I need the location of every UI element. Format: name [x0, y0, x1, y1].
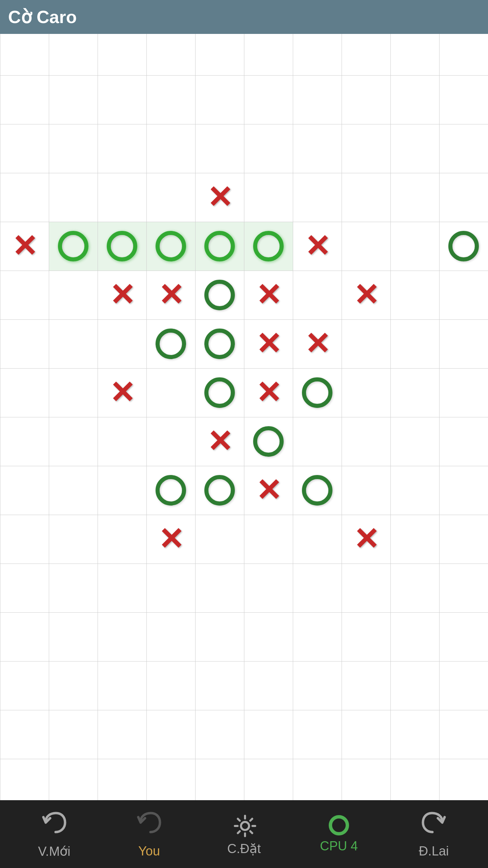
- board-cell[interactable]: [244, 34, 293, 76]
- board-cell[interactable]: [196, 662, 244, 710]
- board-cell[interactable]: [0, 34, 49, 76]
- board-cell[interactable]: [147, 173, 196, 222]
- board-cell[interactable]: [244, 222, 293, 271]
- nav-redo[interactable]: Đ.Lai: [400, 810, 468, 859]
- board-cell[interactable]: ✕: [293, 222, 342, 271]
- board-cell[interactable]: [49, 759, 98, 801]
- board-cell[interactable]: [293, 76, 342, 124]
- board-cell[interactable]: [147, 710, 196, 759]
- board-cell[interactable]: [293, 124, 342, 173]
- board-cell[interactable]: [440, 222, 488, 271]
- board-cell[interactable]: [391, 320, 440, 369]
- board-cell[interactable]: [391, 34, 440, 76]
- board-cell[interactable]: [440, 173, 488, 222]
- board-cell[interactable]: [49, 710, 98, 759]
- board-cell[interactable]: ✕: [293, 320, 342, 369]
- board-cell[interactable]: ✕: [244, 271, 293, 320]
- board-cell[interactable]: [440, 710, 488, 759]
- board-cell[interactable]: [342, 417, 391, 466]
- board-cell[interactable]: [244, 613, 293, 662]
- board-cell[interactable]: [147, 613, 196, 662]
- board-cell[interactable]: [244, 76, 293, 124]
- nav-new-game[interactable]: V.Mới: [20, 810, 88, 859]
- board-cell[interactable]: [49, 466, 98, 515]
- board-cell[interactable]: [98, 222, 147, 271]
- board-cell[interactable]: [0, 173, 49, 222]
- board-cell[interactable]: [49, 320, 98, 369]
- board-cell[interactable]: [49, 613, 98, 662]
- board-cell[interactable]: [293, 662, 342, 710]
- board-cell[interactable]: [196, 271, 244, 320]
- board-cell[interactable]: [391, 271, 440, 320]
- board-cell[interactable]: [440, 34, 488, 76]
- board-cell[interactable]: [196, 34, 244, 76]
- board-cell[interactable]: [147, 466, 196, 515]
- board-cell[interactable]: [440, 124, 488, 173]
- board-cell[interactable]: [391, 613, 440, 662]
- board-cell[interactable]: ✕: [147, 271, 196, 320]
- board-cell[interactable]: [342, 320, 391, 369]
- board-cell[interactable]: [293, 613, 342, 662]
- board-cell[interactable]: [49, 417, 98, 466]
- board-cell[interactable]: [147, 417, 196, 466]
- board-cell[interactable]: [49, 662, 98, 710]
- board-cell[interactable]: [293, 271, 342, 320]
- board-cell[interactable]: ✕: [244, 369, 293, 417]
- board-cell[interactable]: [342, 662, 391, 710]
- board-cell[interactable]: [293, 466, 342, 515]
- board-cell[interactable]: [0, 271, 49, 320]
- board-cell[interactable]: [0, 515, 49, 564]
- board-cell[interactable]: [440, 662, 488, 710]
- board-cell[interactable]: [0, 564, 49, 613]
- board-cell[interactable]: [293, 759, 342, 801]
- board-cell[interactable]: [244, 173, 293, 222]
- board-cell[interactable]: [244, 515, 293, 564]
- board-cell[interactable]: [147, 222, 196, 271]
- board-cell[interactable]: [147, 369, 196, 417]
- board-cell[interactable]: [244, 124, 293, 173]
- nav-you[interactable]: You: [115, 810, 183, 859]
- board-cell[interactable]: [49, 34, 98, 76]
- board-cell[interactable]: [391, 369, 440, 417]
- board-cell[interactable]: [98, 173, 147, 222]
- board-cell[interactable]: [342, 124, 391, 173]
- board-cell[interactable]: [49, 76, 98, 124]
- board-cell[interactable]: [391, 515, 440, 564]
- board-cell[interactable]: [98, 466, 147, 515]
- board-cell[interactable]: [196, 759, 244, 801]
- board-cell[interactable]: [440, 417, 488, 466]
- board-cell[interactable]: [196, 564, 244, 613]
- board-cell[interactable]: [293, 34, 342, 76]
- board-cell[interactable]: [244, 417, 293, 466]
- board-cell[interactable]: ✕: [196, 417, 244, 466]
- board-cell[interactable]: [391, 124, 440, 173]
- board-cell[interactable]: [244, 759, 293, 801]
- board-cell[interactable]: [342, 466, 391, 515]
- nav-settings[interactable]: C.Đặt: [210, 812, 278, 856]
- board-cell[interactable]: [147, 564, 196, 613]
- board-cell[interactable]: ✕: [244, 466, 293, 515]
- board-cell[interactable]: [293, 173, 342, 222]
- board-cell[interactable]: [49, 173, 98, 222]
- board-cell[interactable]: [440, 271, 488, 320]
- board-cell[interactable]: [0, 124, 49, 173]
- board-cell[interactable]: [98, 662, 147, 710]
- board-cell[interactable]: ✕: [342, 515, 391, 564]
- board-cell[interactable]: [196, 613, 244, 662]
- board-cell[interactable]: [196, 369, 244, 417]
- board-cell[interactable]: [196, 710, 244, 759]
- board-cell[interactable]: [391, 759, 440, 801]
- board-cell[interactable]: [196, 320, 244, 369]
- board-cell[interactable]: [98, 710, 147, 759]
- board-cell[interactable]: [196, 466, 244, 515]
- board-cell[interactable]: [440, 369, 488, 417]
- board-cell[interactable]: [293, 564, 342, 613]
- board-cell[interactable]: [147, 34, 196, 76]
- game-board[interactable]: ✕✕✕✕✕✕✕✕✕✕✕✕✕✕✕: [0, 34, 488, 800]
- board-cell[interactable]: [244, 564, 293, 613]
- board-cell[interactable]: [440, 76, 488, 124]
- board-cell[interactable]: [98, 320, 147, 369]
- board-cell[interactable]: [440, 466, 488, 515]
- board-cell[interactable]: [440, 613, 488, 662]
- board-cell[interactable]: [342, 34, 391, 76]
